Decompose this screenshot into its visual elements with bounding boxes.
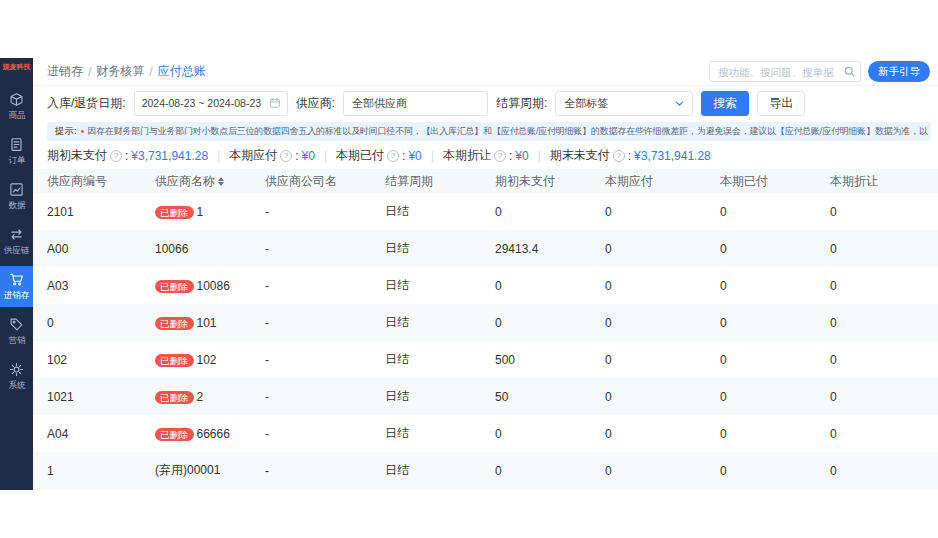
cell-name: 已删除10086: [155, 279, 265, 293]
sidebar-item-系统[interactable]: 系统: [0, 356, 33, 397]
cell-paid: 0: [720, 427, 830, 441]
period-select-value: 全部标签: [564, 96, 608, 111]
summary-item: 期末未支付:¥3,731,941.28: [550, 147, 711, 164]
sidebar-item-营销[interactable]: 营销: [0, 311, 33, 352]
cell-id: A00: [47, 242, 155, 256]
cell-period: 日结: [385, 351, 495, 368]
global-search[interactable]: [709, 61, 861, 82]
summary-value: ¥0: [302, 149, 315, 163]
help-icon[interactable]: [494, 150, 506, 162]
column-header: 供应商名称: [155, 173, 265, 190]
cell-period: 日结: [385, 388, 495, 405]
cell-begin: 0: [495, 205, 605, 219]
help-icon[interactable]: [613, 150, 625, 162]
chevron-down-icon: [674, 98, 685, 109]
deleted-badge: 已删除: [155, 206, 194, 219]
cell-begin: 0: [495, 427, 605, 441]
column-header-label: 供应商编号: [47, 173, 107, 190]
cell-company: -: [265, 353, 385, 367]
guide-button[interactable]: 新手引导: [868, 61, 930, 82]
help-icon[interactable]: [387, 150, 399, 162]
cell-begin: 0: [495, 279, 605, 293]
cell-period: 日结: [385, 240, 495, 257]
table-row[interactable]: A0010066-日结29413.4000: [33, 230, 938, 267]
date-range-value: 2024-08-23 ~ 2024-08-23: [142, 97, 261, 109]
sidebar-item-label: 订单: [8, 155, 25, 165]
column-header: 结算周期: [385, 173, 495, 190]
column-header: 本期已付: [720, 173, 830, 190]
cell-discount: 0: [830, 464, 938, 478]
sidebar-item-数据[interactable]: 数据: [0, 176, 33, 217]
cell-payable: 0: [605, 316, 720, 330]
sidebar-item-订单[interactable]: 订单: [0, 131, 33, 172]
sidebar-item-label: 系统: [8, 380, 25, 390]
cell-begin: 29413.4: [495, 242, 605, 256]
table-row[interactable]: 1021已删除2-日结50000: [33, 378, 938, 415]
supplier-filter-label: 供应商:: [296, 95, 335, 112]
breadcrumb-separator: /: [88, 65, 91, 79]
breadcrumb-item[interactable]: 进销存: [47, 63, 83, 80]
period-select[interactable]: 全部标签: [555, 91, 693, 116]
search-input[interactable]: [709, 61, 861, 82]
cell-id: 1021: [47, 390, 155, 404]
summary-bar: 期初未支付:¥3,731,941.28|本期应付:¥0|本期已付:¥0|本期折让…: [33, 142, 938, 169]
cell-discount: 0: [830, 316, 938, 330]
topbar-right: 新手引导: [709, 61, 930, 82]
search-button[interactable]: 搜索: [701, 91, 749, 116]
summary-value: ¥3,731,941.28: [634, 149, 711, 163]
summary-label: 本期应付: [229, 147, 277, 164]
cell-payable: 0: [605, 242, 720, 256]
date-filter-label: 入库/退货日期:: [47, 95, 126, 112]
cell-company: -: [265, 316, 385, 330]
sidebar-item-供应链[interactable]: 供应链: [0, 221, 33, 262]
cell-period: 日结: [385, 462, 495, 479]
brand-logo: 观麦科技: [1, 62, 33, 71]
page: 观麦科技 商品订单数据供应链进销存营销系统 进销存/财务核算/应付总账 新手引导…: [0, 0, 938, 538]
cell-name: 已删除102: [155, 353, 265, 367]
sidebar-item-商品[interactable]: 商品: [0, 86, 33, 127]
summary-label: 期初未支付: [47, 147, 107, 164]
summary-separator: |: [217, 149, 220, 163]
cell-discount: 0: [830, 205, 938, 219]
deleted-badge: 已删除: [155, 317, 194, 330]
column-header-label: 结算周期: [385, 173, 433, 190]
cell-payable: 0: [605, 390, 720, 404]
cell-name: 10066: [155, 242, 265, 256]
summary-item: 本期应付:¥0: [229, 147, 315, 164]
summary-item: 本期折让:¥0: [443, 147, 529, 164]
supplier-input[interactable]: [343, 91, 488, 116]
summary-colon: :: [295, 149, 298, 163]
sort-icon[interactable]: [218, 177, 224, 186]
cell-period: 日结: [385, 425, 495, 442]
column-header: 供应商编号: [47, 173, 155, 190]
help-icon[interactable]: [110, 150, 122, 162]
breadcrumb-item[interactable]: 财务核算: [96, 63, 144, 80]
cell-paid: 0: [720, 464, 830, 478]
search-icon[interactable]: [843, 65, 856, 78]
cell-id: 2101: [47, 205, 155, 219]
cell-paid: 0: [720, 316, 830, 330]
summary-label: 本期已付: [336, 147, 384, 164]
help-icon[interactable]: [280, 150, 292, 162]
date-range-input[interactable]: 2024-08-23 ~ 2024-08-23: [134, 91, 288, 116]
column-header-label: 供应商公司名: [265, 173, 337, 190]
deleted-badge: 已删除: [155, 391, 194, 404]
table-row[interactable]: 2101已删除1-日结0000: [33, 193, 938, 230]
calendar-icon: [269, 97, 281, 109]
cell-begin: 0: [495, 316, 605, 330]
table-row[interactable]: 102已删除102-日结500000: [33, 341, 938, 378]
column-header-label: 期初未支付: [495, 173, 555, 190]
summary-colon: :: [628, 149, 631, 163]
table-row[interactable]: A04已删除66666-日结0000: [33, 415, 938, 452]
tip-bar: 提示: • 因存在财务部门与业务部门对小数点后三位的数据四舍五入的标准以及时间口…: [47, 122, 931, 141]
sidebar-item-label: 营销: [8, 335, 25, 345]
sidebar-item-进销存[interactable]: 进销存: [0, 266, 33, 307]
cell-company: -: [265, 427, 385, 441]
table-row[interactable]: 1(弃用)00001-日结0000: [33, 452, 938, 489]
table-row[interactable]: 0已删除101-日结0000: [33, 304, 938, 341]
table-row[interactable]: A03已删除10086-日结0000: [33, 267, 938, 304]
sidebar-item-label: 供应链: [4, 245, 30, 255]
cell-payable: 0: [605, 464, 720, 478]
export-button[interactable]: 导出: [757, 91, 805, 116]
column-header-label: 供应商名称: [155, 173, 215, 190]
